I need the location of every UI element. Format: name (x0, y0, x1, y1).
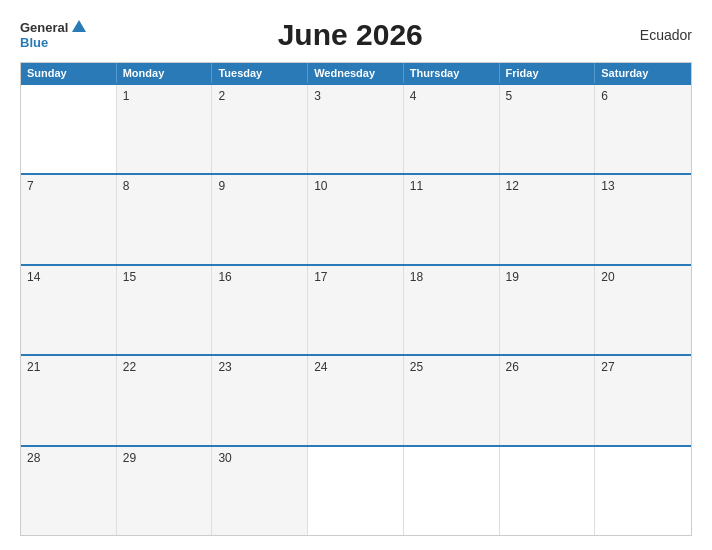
logo: General Blue (20, 20, 88, 50)
day-number: 18 (410, 270, 493, 284)
day-cell: 19 (500, 266, 596, 354)
day-number: 12 (506, 179, 589, 193)
day-cell (308, 447, 404, 535)
day-cell: 18 (404, 266, 500, 354)
day-cell: 2 (212, 85, 308, 173)
header-saturday: Saturday (595, 63, 691, 83)
calendar-body: 1234567891011121314151617181920212223242… (21, 83, 691, 535)
day-number: 22 (123, 360, 206, 374)
day-cell: 13 (595, 175, 691, 263)
day-cell: 28 (21, 447, 117, 535)
day-cell: 27 (595, 356, 691, 444)
day-number: 24 (314, 360, 397, 374)
day-cell (500, 447, 596, 535)
day-cell: 11 (404, 175, 500, 263)
day-number: 29 (123, 451, 206, 465)
day-cell (404, 447, 500, 535)
logo-general: General (20, 21, 68, 35)
day-cell: 8 (117, 175, 213, 263)
day-cell: 12 (500, 175, 596, 263)
day-number: 28 (27, 451, 110, 465)
day-number: 25 (410, 360, 493, 374)
top-bar: General Blue June 2026 Ecuador (20, 18, 692, 52)
day-number: 8 (123, 179, 206, 193)
day-number: 17 (314, 270, 397, 284)
week-row-1: 123456 (21, 83, 691, 173)
week-row-3: 14151617181920 (21, 264, 691, 354)
day-number: 11 (410, 179, 493, 193)
day-cell: 22 (117, 356, 213, 444)
day-cell: 6 (595, 85, 691, 173)
day-cell: 3 (308, 85, 404, 173)
day-cell: 26 (500, 356, 596, 444)
day-cell: 30 (212, 447, 308, 535)
day-number: 23 (218, 360, 301, 374)
day-number: 27 (601, 360, 685, 374)
country-label: Ecuador (612, 27, 692, 43)
day-number: 30 (218, 451, 301, 465)
day-cell: 4 (404, 85, 500, 173)
day-number: 10 (314, 179, 397, 193)
day-number: 26 (506, 360, 589, 374)
logo-icon (70, 18, 88, 36)
header-thursday: Thursday (404, 63, 500, 83)
day-cell: 25 (404, 356, 500, 444)
header-monday: Monday (117, 63, 213, 83)
day-cell: 5 (500, 85, 596, 173)
day-number: 9 (218, 179, 301, 193)
day-cell: 16 (212, 266, 308, 354)
day-number: 2 (218, 89, 301, 103)
header-friday: Friday (500, 63, 596, 83)
day-number: 13 (601, 179, 685, 193)
day-number: 5 (506, 89, 589, 103)
calendar-header: Sunday Monday Tuesday Wednesday Thursday… (21, 63, 691, 83)
week-row-2: 78910111213 (21, 173, 691, 263)
header-sunday: Sunday (21, 63, 117, 83)
day-cell: 23 (212, 356, 308, 444)
day-number: 7 (27, 179, 110, 193)
header-wednesday: Wednesday (308, 63, 404, 83)
day-number: 16 (218, 270, 301, 284)
calendar-page: General Blue June 2026 Ecuador Sunday Mo… (0, 0, 712, 550)
page-title: June 2026 (88, 18, 612, 52)
day-cell: 10 (308, 175, 404, 263)
day-number: 15 (123, 270, 206, 284)
logo-blue: Blue (20, 36, 88, 50)
header-tuesday: Tuesday (212, 63, 308, 83)
calendar: Sunday Monday Tuesday Wednesday Thursday… (20, 62, 692, 536)
day-cell: 7 (21, 175, 117, 263)
day-cell: 20 (595, 266, 691, 354)
day-number: 21 (27, 360, 110, 374)
svg-marker-0 (72, 20, 86, 32)
day-cell: 15 (117, 266, 213, 354)
day-number: 14 (27, 270, 110, 284)
day-cell: 14 (21, 266, 117, 354)
day-cell: 24 (308, 356, 404, 444)
day-cell: 17 (308, 266, 404, 354)
day-number: 20 (601, 270, 685, 284)
day-cell: 9 (212, 175, 308, 263)
day-number: 1 (123, 89, 206, 103)
day-number: 6 (601, 89, 685, 103)
day-cell: 21 (21, 356, 117, 444)
day-number: 3 (314, 89, 397, 103)
day-number: 4 (410, 89, 493, 103)
day-cell: 29 (117, 447, 213, 535)
day-cell (21, 85, 117, 173)
day-cell (595, 447, 691, 535)
day-number: 19 (506, 270, 589, 284)
week-row-4: 21222324252627 (21, 354, 691, 444)
day-cell: 1 (117, 85, 213, 173)
week-row-5: 282930 (21, 445, 691, 535)
